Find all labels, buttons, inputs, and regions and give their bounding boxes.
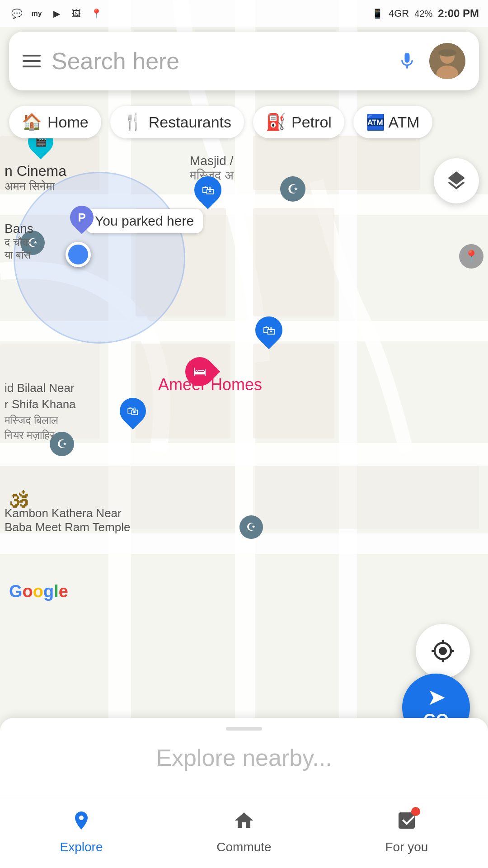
kambon-label: Kambon Kathera Near Baba Meet Ram Temple [5, 506, 130, 534]
youtube-icon: ▶ [49, 6, 64, 21]
restaurants-filter-icon: 🍴 [123, 113, 143, 132]
filter-home-label: Home [47, 113, 89, 131]
maps-icon: 📍 [89, 6, 104, 21]
filter-pills: 🏠 Home 🍴 Restaurants ⛽ Petrol 🏧 ATM [0, 99, 488, 145]
search-bar: Search here [9, 32, 479, 90]
gallery-icon: 🖼 [69, 6, 84, 21]
svg-point-19 [438, 49, 456, 57]
svg-rect-12 [253, 344, 334, 439]
bilaal-label: id Bilaal Near r Shifa Khana मस्जिद बिला… [5, 380, 76, 443]
commute-nav-label: Commute [216, 840, 271, 854]
layers-button[interactable] [434, 158, 479, 203]
menu-button[interactable] [23, 55, 41, 67]
mosque-pin-1: ☪ [280, 176, 305, 202]
filter-atm[interactable]: 🏧 ATM [353, 106, 432, 138]
go-arrow-icon: ➤ [428, 686, 445, 709]
sheet-handle [226, 727, 262, 731]
explore-nearby-text: Explore nearby... [156, 744, 332, 771]
explore-nav-icon [70, 810, 92, 836]
parking-radius [14, 172, 185, 344]
parking-label: You parked here [86, 209, 203, 233]
bans-label: Bans द चौक या बांस [5, 222, 33, 261]
petrol-filter-icon: ⛽ [266, 113, 286, 132]
battery-level: 42% [414, 9, 432, 19]
user-avatar[interactable] [429, 43, 465, 79]
for-you-nav-icon [396, 810, 418, 836]
clock: 2:00 PM [438, 7, 479, 20]
my-location-button[interactable] [416, 624, 470, 678]
commute-nav-icon [233, 810, 255, 836]
search-placeholder[interactable]: Search here [52, 47, 385, 75]
ameer-homes-label: Ameer Homes [158, 375, 262, 394]
mosque-pin-4: ☪ [239, 515, 263, 539]
atm-filter-label: 🏧 ATM [366, 113, 420, 131]
filter-restaurants-label: Restaurants [149, 113, 231, 131]
gray-pin: 📍 [459, 244, 483, 269]
current-location-dot [66, 242, 91, 267]
network-type: 4GR [389, 8, 409, 19]
svg-rect-15 [253, 466, 479, 529]
my-icon: my [29, 6, 44, 21]
nav-commute[interactable]: Commute [164, 810, 324, 854]
home-filter-icon: 🏠 [22, 113, 42, 132]
shop-pin-3: 🛍 [120, 398, 146, 424]
cinema-label: n Cinema अमन सिनेमा [5, 163, 66, 193]
nav-for-you[interactable]: For you [326, 810, 487, 854]
filter-petrol[interactable]: ⛽ Petrol [253, 106, 344, 138]
shop-pin-1: 🛍 [194, 176, 221, 203]
filter-restaurants[interactable]: 🍴 Restaurants [110, 106, 244, 138]
svg-rect-9 [253, 208, 334, 316]
for-you-nav-label: For you [385, 840, 428, 854]
parking-pin: P [70, 206, 94, 229]
filter-petrol-label: Petrol [291, 113, 332, 131]
filter-home[interactable]: 🏠 Home [9, 106, 101, 138]
voice-search-button[interactable] [396, 50, 418, 72]
shop-pin-2: 🛍 [255, 316, 282, 344]
whatsapp-icon: 💬 [9, 6, 24, 21]
google-logo: Google [9, 582, 68, 601]
network-icon: 📱 [372, 8, 383, 19]
status-bar: 💬 my ▶ 🖼 📍 📱 4GR 42% 2:00 PM [0, 0, 488, 27]
bottom-nav: Explore Commute For you [0, 796, 488, 868]
explore-nav-label: Explore [60, 840, 103, 854]
notification-badge [411, 807, 420, 816]
nav-explore[interactable]: Explore [1, 810, 162, 854]
